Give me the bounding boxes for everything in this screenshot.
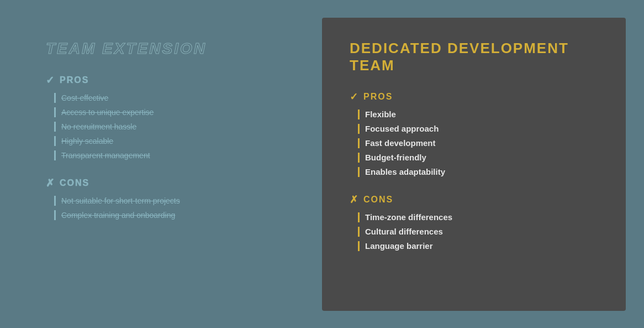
right-pros-icon: ✓ — [350, 91, 358, 103]
item-bar — [54, 210, 56, 220]
left-pros-header: ✓ PROS — [46, 74, 294, 86]
list-item: Budget-friendly — [358, 153, 598, 163]
right-pros-list: FlexibleFocused approachFast development… — [350, 110, 598, 177]
right-cons-section: ✗ CONS Time-zone differencesCultural dif… — [350, 194, 598, 251]
item-text: Transparent management — [61, 151, 150, 160]
item-bar — [358, 153, 360, 163]
item-bar — [358, 241, 360, 251]
right-title: DEDICATED DEVELOPMENT TEAM — [350, 40, 598, 74]
list-item: Language barrier — [358, 241, 598, 251]
list-item: Access to unique expertise — [54, 107, 294, 117]
item-bar — [358, 227, 360, 237]
list-item: Flexible — [358, 110, 598, 119]
list-item: Complex training and onboarding — [54, 210, 294, 220]
left-cons-icon: ✗ — [46, 177, 54, 189]
left-cons-label: CONS — [60, 178, 89, 188]
list-item: Transparent management — [54, 150, 294, 160]
left-cons-section: ✗ CONS Not suitable for short-term proje… — [46, 177, 294, 220]
left-panel: TEAM EXTENSION ✓ PROS Cost-effectiveAcce… — [18, 18, 322, 311]
left-pros-section: ✓ PROS Cost-effectiveAccess to unique ex… — [46, 74, 294, 160]
right-panel: DEDICATED DEVELOPMENT TEAM ✓ PROS Flexib… — [322, 18, 626, 311]
left-pros-icon: ✓ — [46, 74, 54, 86]
right-pros-label: PROS — [363, 92, 393, 102]
item-bar — [54, 136, 56, 146]
item-bar — [54, 107, 56, 117]
item-text: Fast development — [365, 138, 436, 148]
list-item: No recruitment hassle — [54, 122, 294, 132]
list-item: Highly scalable — [54, 136, 294, 146]
right-pros-section: ✓ PROS FlexibleFocused approachFast deve… — [350, 91, 598, 177]
right-cons-list: Time-zone differencesCultural difference… — [350, 212, 598, 251]
item-bar — [358, 138, 360, 148]
item-text: Budget-friendly — [365, 153, 426, 162]
item-text: Cultural differences — [365, 227, 443, 236]
item-bar — [358, 110, 360, 119]
right-cons-label: CONS — [363, 195, 393, 205]
item-text: Access to unique expertise — [61, 108, 154, 117]
list-item: Focused approach — [358, 124, 598, 134]
left-pros-label: PROS — [60, 75, 89, 85]
item-bar — [358, 167, 360, 177]
list-item: Not suitable for short-term projects — [54, 196, 294, 206]
item-bar — [358, 212, 360, 222]
item-text: Not suitable for short-term projects — [61, 196, 180, 205]
item-text: Flexible — [365, 110, 396, 119]
list-item: Fast development — [358, 138, 598, 148]
right-cons-icon: ✗ — [350, 194, 358, 206]
list-item: Time-zone differences — [358, 212, 598, 222]
main-container: TEAM EXTENSION ✓ PROS Cost-effectiveAcce… — [18, 18, 626, 311]
left-title: TEAM EXTENSION — [46, 40, 294, 58]
item-text: Cost-effective — [61, 93, 108, 102]
list-item: Cost-effective — [54, 93, 294, 103]
item-bar — [358, 124, 360, 134]
item-text: Focused approach — [365, 124, 439, 133]
item-text: Highly scalable — [61, 137, 113, 145]
list-item: Enables adaptability — [358, 167, 598, 177]
item-text: Language barrier — [365, 241, 433, 251]
item-text: Enables adaptability — [365, 167, 445, 176]
right-pros-header: ✓ PROS — [350, 91, 598, 103]
list-item: Cultural differences — [358, 227, 598, 237]
item-text: Complex training and onboarding — [61, 211, 175, 220]
item-bar — [54, 150, 56, 160]
item-text: Time-zone differences — [365, 212, 452, 222]
item-text: No recruitment hassle — [61, 122, 136, 131]
left-cons-header: ✗ CONS — [46, 177, 294, 189]
item-bar — [54, 93, 56, 103]
item-bar — [54, 122, 56, 132]
left-pros-list: Cost-effectiveAccess to unique expertise… — [46, 93, 294, 160]
right-cons-header: ✗ CONS — [350, 194, 598, 206]
item-bar — [54, 196, 56, 206]
left-cons-list: Not suitable for short-term projectsComp… — [46, 196, 294, 220]
